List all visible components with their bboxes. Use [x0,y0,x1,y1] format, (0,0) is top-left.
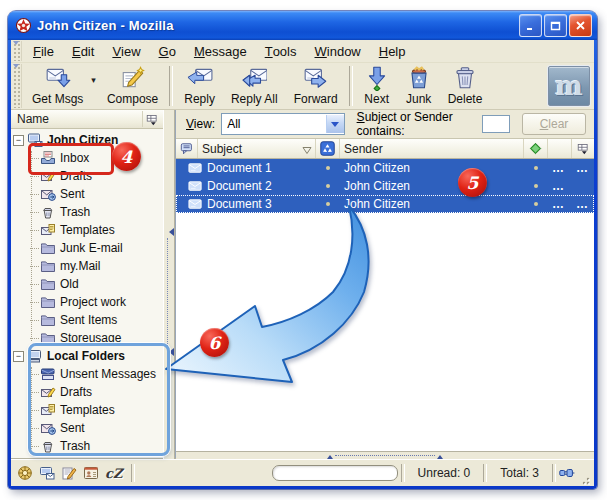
next-button[interactable]: Next [356,63,398,109]
message-subject-cell: Document 3 [176,197,316,212]
next-icon [364,65,390,91]
folder-pane-header[interactable]: Name [11,110,163,129]
folder-label: Project work [60,295,126,309]
toolbar-grippy[interactable] [12,64,22,108]
folder-sent[interactable]: Sent [11,419,163,437]
maximize-button[interactable] [544,14,567,37]
message-subject-cell: Document 2 [176,179,316,194]
folder-label: Trash [60,205,90,219]
folder-templates[interactable]: Templates [11,401,163,419]
folder-trash[interactable]: Trash [11,203,163,221]
menu-window[interactable]: Window [306,40,370,62]
view-dropdown[interactable]: All [221,113,344,135]
tree-expander[interactable]: − [13,135,24,146]
junk-status-cell[interactable] [316,184,340,188]
sender-column-header[interactable]: Sender [340,139,524,158]
templates-icon [40,222,56,238]
menu-message[interactable]: Message [185,40,256,62]
folder-project-work[interactable]: Project work [11,293,163,311]
splitter-grippy[interactable] [167,238,171,346]
menu-view[interactable]: View [103,40,149,62]
folder-storeusage[interactable]: Storeusage [11,329,163,347]
flag-status-cell[interactable] [524,166,548,170]
progress-bar [272,465,398,481]
message-row[interactable]: Document 3 John Citizen … … [176,195,594,213]
minimize-button[interactable] [519,14,542,37]
mozilla-logo-button[interactable]: m [548,66,590,106]
message-pane-grippy[interactable] [335,455,435,456]
menubar-grippy[interactable] [12,41,22,61]
menu-file[interactable]: File [24,40,63,62]
folder-templates[interactable]: Templates [11,221,163,239]
flag-status-cell[interactable] [524,184,548,188]
folder-john-citizen[interactable]: −John Citizen [11,131,163,149]
message-column-picker[interactable] [572,139,594,158]
search-label: Subject or Sender contains: [357,110,476,138]
blank-column-header[interactable] [548,139,572,158]
compose-button[interactable]: Compose [99,63,166,109]
toolbar-button-label: Reply [184,92,215,106]
folder-local-folders[interactable]: −Local Folders [11,347,163,365]
chatzilla-icon[interactable]: cZ [105,466,122,481]
view-dropdown-value: All [222,117,325,131]
junk-button[interactable]: Junk [398,63,440,109]
folder-column-picker[interactable] [142,111,161,127]
tree-expander[interactable]: − [13,351,24,362]
junk-status-cell[interactable] [316,166,340,170]
reply-all-button[interactable]: Reply All [223,63,286,109]
flag-col-icon [529,142,542,155]
mail-status-icon[interactable] [39,465,55,481]
get-msgs-dropdown-arrow[interactable]: ▾ [91,63,99,109]
window-client-area: FileEditViewGoMessageToolsWindowHelp Get… [11,40,594,486]
tree-guide-line [31,367,32,449]
thread-column-header[interactable] [176,139,198,158]
flag-status-cell[interactable] [524,202,548,206]
flag-column-header[interactable] [524,139,548,158]
folder-drafts[interactable]: Drafts [11,167,163,185]
folder-junk-e-mail[interactable]: Junk E-mail [11,239,163,257]
message-pane-splitter[interactable] [176,451,594,459]
message-row[interactable]: Document 2 John Citizen … [176,177,594,195]
online-status-icon[interactable] [559,465,575,481]
junk-col-icon [320,141,335,156]
dropdown-arrow-icon[interactable] [326,115,344,133]
subject-column-header[interactable]: Subject [198,139,316,158]
close-button[interactable] [569,14,592,37]
get-msgs-button[interactable]: Get Msgs [24,63,91,109]
clear-button[interactable]: Clear [522,113,586,135]
delete-button[interactable]: Delete [440,63,491,109]
folder-sent[interactable]: Sent [11,185,163,203]
menu-help[interactable]: Help [370,40,415,62]
sort-indicator-icon [302,144,312,158]
message-list-empty-area[interactable] [176,213,594,451]
flag-status-dot [534,202,538,206]
reply-button[interactable]: Reply [176,63,223,109]
composer-icon[interactable] [61,465,77,481]
folder-column-header: Name [17,112,142,126]
message-sender: John Citizen [340,161,524,175]
menu-go[interactable]: Go [150,40,185,62]
menu-edit[interactable]: Edit [63,40,103,62]
folder-old[interactable]: Old [11,275,163,293]
folder-trash[interactable]: Trash [11,437,163,455]
junk-column-header[interactable] [316,139,340,158]
folder-sent-items[interactable]: Sent Items [11,311,163,329]
folder-thread-splitter[interactable] [163,110,175,459]
statusbar-separator [552,464,556,482]
search-input[interactable] [482,115,510,133]
folder-drafts[interactable]: Drafts [11,383,163,401]
resize-grip[interactable] [577,472,591,486]
folder-unsent-messages[interactable]: Unsent Messages [11,365,163,383]
folder-label: Sent [60,187,85,201]
forward-button[interactable]: Forward [286,63,346,109]
envelope-icon [188,161,203,176]
folder-my-mail[interactable]: my.Mail [11,257,163,275]
envelope-icon [188,197,203,212]
junk-status-cell[interactable] [316,202,340,206]
menu-tools[interactable]: Tools [256,40,306,62]
navigator-icon[interactable] [17,465,33,481]
drafts-icon [40,384,56,400]
abook-icon[interactable] [83,465,99,481]
message-row[interactable]: Document 1 John Citizen … … [176,159,594,177]
folder-inbox[interactable]: Inbox [11,149,163,167]
